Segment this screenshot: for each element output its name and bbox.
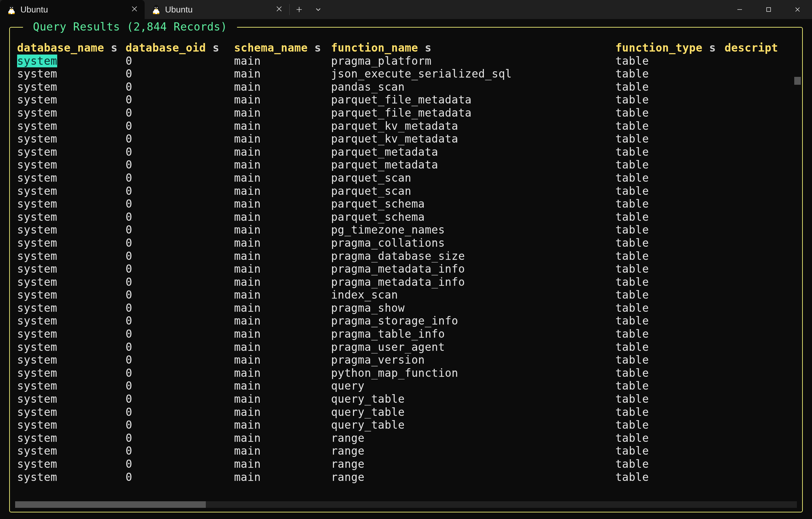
tab-ubuntu-1[interactable]: Ubuntu [0,0,145,19]
cell-database-oid: 0 [125,419,234,432]
cell-database-oid: 0 [125,406,234,419]
cell-database-oid: 0 [125,237,234,250]
cell-schema-name: main [234,250,331,263]
cell-database-name: system [17,354,57,366]
cell-database-oid: 0 [125,55,234,68]
cell-schema-name: main [234,223,331,237]
cell-function-type: table [615,67,725,81]
table-row[interactable]: system0mainpragma_versiontable [10,354,802,367]
table-row[interactable]: system0mainparquet_file_metadatatable [10,106,802,120]
table-row[interactable]: system0mainparquet_metadatatable [10,158,802,172]
cell-function-type: table [615,120,725,133]
cell-schema-name: main [234,67,331,81]
cell-function-type: table [615,406,725,419]
cell-function-type: table [615,146,725,159]
cell-database-name: system [17,328,57,340]
cell-database-name: system [17,81,57,93]
table-row[interactable]: system0mainparquet_schematable [10,211,802,224]
cell-function-name: pg_timezone_names [331,223,615,237]
table-row[interactable]: system0mainquery_tabletable [10,406,802,419]
table-row[interactable]: system0mainpragma_table_infotable [10,328,802,341]
cell-database-name: system [17,67,57,80]
cell-schema-name: main [234,106,331,120]
table-row[interactable]: system0mainparquet_scantable [10,172,802,185]
table-row[interactable]: system0mainindex_scantable [10,288,802,302]
horizontal-scrollbar-thumb[interactable] [15,501,206,508]
tux-icon [7,5,16,14]
close-icon[interactable] [132,5,138,14]
new-tab-button[interactable] [290,0,309,19]
cell-function-name: index_scan [331,288,615,302]
cell-function-name: json_execute_serialized_sql [331,67,615,81]
table-row[interactable]: system0mainpragma_database_sizetable [10,250,802,263]
cell-function-name: parquet_kv_metadata [331,132,615,146]
table-row[interactable]: system0mainparquet_file_metadatatable [10,93,802,106]
table-row[interactable]: system0mainpandas_scantable [10,81,802,94]
table-row[interactable]: system0mainpragma_collationstable [10,237,802,250]
cell-database-oid: 0 [125,146,234,159]
col-database-oid[interactable]: database_oid [125,41,206,54]
table-row[interactable]: system0mainpg_timezone_namestable [10,223,802,237]
table-row[interactable]: system0mainpragma_platformtable [10,55,802,68]
col-function-type[interactable]: function_type [615,41,702,54]
table-row[interactable]: system0mainparquet_schematable [10,197,802,211]
tab-dropdown-button[interactable] [309,0,328,19]
cell-schema-name: main [234,314,331,328]
table-row[interactable]: system0mainparquet_metadatatable [10,146,802,159]
window-close-button[interactable] [783,0,812,19]
horizontal-scrollbar[interactable] [15,501,797,508]
svg-point-3 [10,7,11,8]
cell-schema-name: main [234,276,331,289]
cell-function-type: table [615,93,725,106]
cell-database-name: system [17,379,57,392]
tab-strip: Ubuntu Ubuntu [0,0,725,19]
close-icon[interactable] [276,5,282,14]
terminal-viewport[interactable]: Query Results (2,844 Records) database_n… [0,19,812,519]
window-maximize-button[interactable] [754,0,783,19]
cell-schema-name: main [234,93,331,106]
cell-function-type: table [615,379,725,393]
cell-function-name: python_map_function [331,367,615,380]
table-row[interactable]: system0mainrangetable [10,432,802,445]
cell-schema-name: main [234,419,331,432]
col-type: s [213,41,219,54]
cell-database-name: system [17,106,57,119]
cell-schema-name: main [234,471,331,484]
cell-schema-name: main [234,458,331,471]
table-row[interactable]: system0mainparquet_kv_metadatatable [10,120,802,133]
col-schema-name[interactable]: schema_name [234,41,308,54]
cell-schema-name: main [234,288,331,302]
query-results-panel: Query Results (2,844 Records) database_n… [9,27,803,513]
cell-database-name: system [17,406,57,419]
table-row[interactable]: system0mainpragma_showtable [10,302,802,315]
table-row[interactable]: system0mainquerytable [10,379,802,393]
table-row[interactable]: system0mainrangetable [10,471,802,484]
table-row[interactable]: system0mainpragma_metadata_infotable [10,276,802,289]
table-row[interactable]: system0mainparquet_scantable [10,185,802,198]
cell-database-oid: 0 [125,328,234,341]
table-row[interactable]: system0mainpragma_storage_infotable [10,314,802,328]
cell-schema-name: main [234,172,331,185]
table-row[interactable]: system0mainpragma_metadata_infotable [10,263,802,276]
table-row[interactable]: system0mainparquet_kv_metadatatable [10,132,802,146]
cell-schema-name: main [234,341,331,354]
col-function-name[interactable]: function_name [331,41,418,54]
cell-function-name: parquet_schema [331,211,615,224]
table-row[interactable]: system0mainpragma_user_agenttable [10,341,802,354]
window-minimize-button[interactable] [725,0,754,19]
table-row[interactable]: system0mainrangetable [10,458,802,471]
cell-function-type: table [615,276,725,289]
table-row[interactable]: system0mainrangetable [10,445,802,458]
cell-function-name: pragma_show [331,302,615,315]
vertical-scrollbar-thumb[interactable] [794,77,801,85]
col-description[interactable]: descript [725,41,778,54]
tux-icon [152,5,161,14]
col-database-name[interactable]: database_name [17,41,104,54]
cell-function-name: range [331,458,615,471]
cell-function-name: pragma_storage_info [331,314,615,328]
tab-ubuntu-2[interactable]: Ubuntu [145,0,289,19]
table-row[interactable]: system0mainquery_tabletable [10,393,802,406]
table-row[interactable]: system0mainjson_execute_serialized_sqlta… [10,67,802,81]
table-row[interactable]: system0mainquery_tabletable [10,419,802,432]
table-row[interactable]: system0mainpython_map_functiontable [10,367,802,380]
